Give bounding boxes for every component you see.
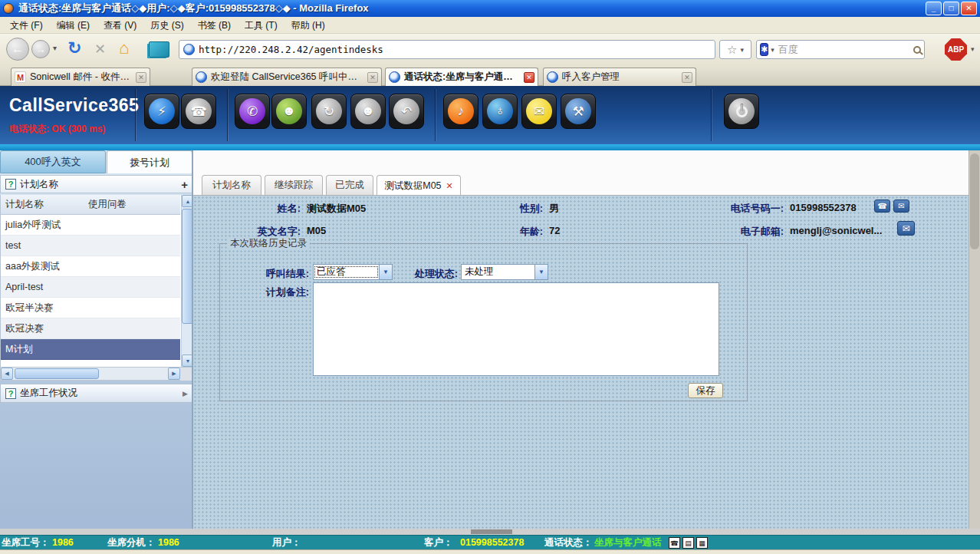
add-plan-icon[interactable]: +	[181, 178, 188, 191]
hold-button[interactable]: ↶	[389, 94, 424, 129]
page-horizontal-scrollbar[interactable]	[0, 529, 980, 535]
agent-status-button[interactable]: ⚡	[144, 94, 179, 129]
extension-label: 坐席分机：	[107, 536, 156, 549]
plan-panel-header[interactable]: ? 计划名称 +	[0, 175, 193, 193]
statusbar-note-icon[interactable]: ▤	[682, 537, 694, 549]
conference-button[interactable]: ☻	[350, 94, 386, 129]
dropdown-arrow-icon[interactable]: ▼	[534, 265, 548, 279]
plan-remark-textarea[interactable]	[313, 282, 719, 376]
statusbar-grid-icon[interactable]: ▦	[696, 537, 708, 549]
bookmark-star-icon[interactable]: ☆	[727, 43, 737, 57]
content-tab-plan-name[interactable]: 计划名称	[202, 175, 261, 195]
plan-row-m-plan[interactable]: M计划	[1, 339, 180, 360]
scrollbar-thumb[interactable]	[15, 368, 99, 379]
undo-arrow-icon: ↶	[393, 98, 419, 124]
forward-icon[interactable]: →	[31, 40, 50, 58]
menu-help[interactable]: 帮助 (H)	[284, 17, 332, 34]
url-input[interactable]	[199, 44, 715, 55]
menu-view[interactable]: 查看 (V)	[97, 17, 143, 34]
plan-row-final[interactable]: 欧冠决赛	[1, 318, 180, 339]
sms-phone-icon[interactable]: ✉	[893, 200, 909, 213]
tab-close-icon[interactable]: ✕	[136, 72, 146, 83]
plan-list-horizontal-scrollbar[interactable]: ◀ ▶	[0, 367, 193, 381]
phone-value: 015998552378	[790, 202, 857, 213]
content-tab-follow-up[interactable]: 继续跟踪	[265, 175, 323, 195]
close-button[interactable]: ✕	[961, 2, 977, 15]
tab-close-icon[interactable]: ✕	[524, 72, 534, 83]
call-phone-icon[interactable]: ☎	[874, 200, 890, 213]
adblock-icon[interactable]: ABP	[945, 38, 967, 61]
plan-row-julia[interactable]: julia外呼测试	[1, 215, 180, 236]
web-button[interactable]: ♁	[482, 94, 518, 129]
customer-value: 015998552378	[460, 536, 524, 549]
minimize-button[interactable]: _	[926, 2, 942, 15]
home-icon[interactable]: ⌂	[119, 40, 129, 57]
search-input[interactable]	[778, 44, 913, 55]
bookmark-star-box[interactable]: ☆ ▾	[719, 40, 751, 59]
content-tab-completed[interactable]: 已完成	[326, 175, 373, 195]
site-favicon	[183, 44, 195, 55]
dial-button[interactable]: ✆	[235, 94, 270, 129]
mail-button[interactable]: ✉	[521, 94, 557, 129]
browser-tab-inbound[interactable]: 呼入客户管理 ✕	[543, 68, 696, 86]
search-engine-caret-icon[interactable]: ▾	[771, 46, 774, 54]
plan-list-header: 计划名称 使用问卷	[1, 195, 180, 215]
tab-close-icon[interactable]: ✕	[682, 72, 692, 83]
back-icon[interactable]: ←	[6, 38, 29, 61]
menu-tools[interactable]: 工具 (T)	[238, 17, 284, 34]
window-controls: _ □ ✕	[926, 2, 977, 15]
globe-icon: ♁	[487, 98, 513, 124]
scroll-right-icon[interactable]: ▶	[168, 368, 180, 380]
plan-row-test[interactable]: test	[1, 236, 180, 256]
plan-row-april[interactable]: April-test	[1, 277, 180, 298]
sidebar-tab-dial-plan[interactable]: 拨号计划	[107, 150, 192, 173]
answer-button[interactable]: ☻	[271, 94, 307, 129]
menu-bookmarks[interactable]: 书签 (B)	[191, 17, 238, 34]
transfer-button[interactable]: ↻	[311, 94, 347, 129]
browser-tab-mail[interactable]: M Sonicwell 邮件 - 收件箱 - mengl… ✕	[11, 68, 150, 86]
bookmark-caret-icon[interactable]: ▾	[740, 46, 744, 54]
menu-history[interactable]: 历史 (S)	[143, 17, 190, 34]
agent-running-icon: ⚡	[149, 98, 175, 124]
menu-file[interactable]: 文件 (F)	[3, 17, 50, 34]
redo-arrow-icon: ↻	[316, 98, 342, 124]
logout-button[interactable]	[724, 94, 759, 129]
expand-icon: ▶	[183, 390, 188, 397]
hangup-button[interactable]: ☎	[181, 94, 216, 129]
history-dropdown-icon[interactable]: ▾	[53, 44, 57, 52]
browser-tab-call-state[interactable]: 通话状态:坐席与客户通话◇◆… ✕	[385, 68, 538, 86]
scrollbar-thumb[interactable]	[970, 153, 979, 249]
email-value: menglj@sonicwel...	[790, 225, 882, 236]
search-engine-icon[interactable]: ✱	[760, 43, 768, 56]
agent-status-panel-title: 坐席工作状况	[20, 387, 183, 400]
settings-button[interactable]: ⚒	[561, 94, 596, 129]
agent-status-panel-header[interactable]: ? 坐席工作状况 ▶	[0, 384, 193, 403]
voice-button[interactable]: ♪	[443, 94, 478, 129]
menu-edit[interactable]: 编辑 (E)	[50, 17, 97, 34]
tab-close-icon[interactable]: ✕	[446, 181, 453, 191]
dropdown-arrow-icon[interactable]: ▼	[379, 265, 392, 279]
scrollbar-thumb[interactable]	[471, 529, 512, 534]
scroll-left-icon[interactable]: ◀	[1, 368, 13, 380]
statusbar-phone-icon[interactable]: ☎	[669, 537, 680, 549]
search-icon[interactable]	[913, 46, 921, 54]
browser-tab-login[interactable]: 欢迎登陆 CallService365 呼叫中… ✕	[192, 68, 382, 86]
maximize-button[interactable]: □	[943, 2, 959, 15]
plan-row-aaa[interactable]: aaa外拨测试	[1, 256, 180, 277]
page-vertical-scrollbar[interactable]	[968, 150, 980, 529]
sidebar-tab-400-inbound[interactable]: 400呼入英文	[0, 150, 106, 173]
dial-phone-icon: ✆	[239, 98, 265, 124]
callservice-site-icon	[547, 71, 558, 83]
adblock-caret-icon[interactable]: ▾	[971, 45, 975, 53]
handle-status-select[interactable]: 未处理 ▼	[461, 264, 548, 280]
bookmarks-sidebar-icon[interactable]	[149, 41, 169, 58]
save-button[interactable]: 保存	[688, 383, 723, 398]
refresh-icon[interactable]: ↻	[67, 40, 81, 57]
plan-row-semifinal[interactable]: 欧冠半决赛	[1, 298, 180, 318]
question-icon: ?	[5, 179, 16, 190]
stop-icon[interactable]: ✕	[94, 42, 106, 56]
tab-close-icon[interactable]: ✕	[367, 72, 378, 83]
call-result-select[interactable]: 已应答 ▼	[313, 264, 393, 280]
content-tab-test-data[interactable]: 测试数据M05 ✕	[377, 175, 461, 196]
email-icon[interactable]: ✉	[897, 221, 915, 236]
